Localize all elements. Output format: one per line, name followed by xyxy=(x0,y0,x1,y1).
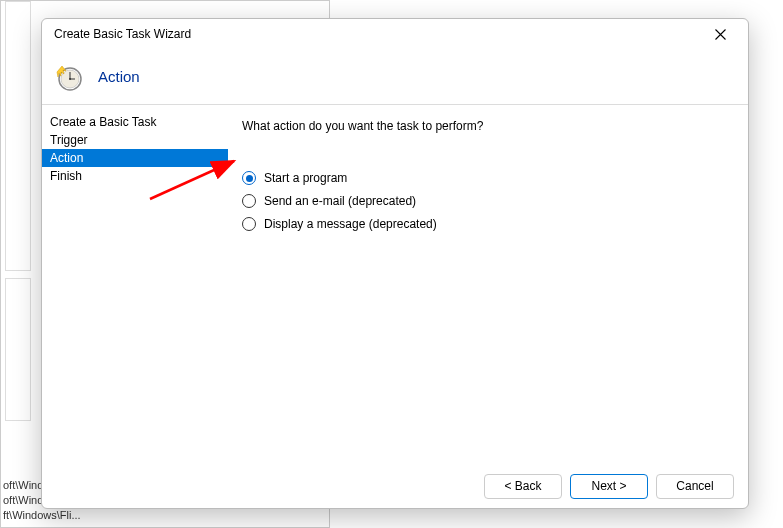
wizard-icon xyxy=(52,61,84,93)
background-panel xyxy=(5,278,31,421)
radio-send-email[interactable] xyxy=(242,194,256,208)
wizard-footer: < Back Next > Cancel xyxy=(42,464,748,508)
cancel-button[interactable]: Cancel xyxy=(656,474,734,499)
header-title: Action xyxy=(98,68,140,85)
close-button[interactable] xyxy=(704,22,736,46)
sidebar-item-trigger[interactable]: Trigger xyxy=(42,131,228,149)
radio-row-send-email[interactable]: Send an e-mail (deprecated) xyxy=(242,194,732,208)
next-button[interactable]: Next > xyxy=(570,474,648,499)
radio-display-message[interactable] xyxy=(242,217,256,231)
radio-start-program[interactable] xyxy=(242,171,256,185)
wizard-header: Action xyxy=(42,49,748,105)
radio-label: Display a message (deprecated) xyxy=(264,217,437,231)
back-button[interactable]: < Back xyxy=(484,474,562,499)
close-icon xyxy=(715,29,726,40)
titlebar: Create Basic Task Wizard xyxy=(42,19,748,49)
action-prompt: What action do you want the task to perf… xyxy=(242,119,732,133)
content-area: Create a Basic Task Trigger Action Finis… xyxy=(42,105,748,464)
dialog-title: Create Basic Task Wizard xyxy=(54,27,191,41)
main-panel: What action do you want the task to perf… xyxy=(228,105,748,464)
radio-row-display-message[interactable]: Display a message (deprecated) xyxy=(242,217,732,231)
radio-label: Start a program xyxy=(264,171,347,185)
sidebar-item-action[interactable]: Action xyxy=(42,149,228,167)
background-panel xyxy=(5,1,31,271)
radio-row-start-program[interactable]: Start a program xyxy=(242,171,732,185)
radio-label: Send an e-mail (deprecated) xyxy=(264,194,416,208)
sidebar-item-finish[interactable]: Finish xyxy=(42,167,228,185)
wizard-dialog: Create Basic Task Wizard Action Create a… xyxy=(41,18,749,509)
svg-point-4 xyxy=(69,78,71,80)
wizard-sidebar: Create a Basic Task Trigger Action Finis… xyxy=(42,105,228,464)
sidebar-item-create-task[interactable]: Create a Basic Task xyxy=(42,113,228,131)
